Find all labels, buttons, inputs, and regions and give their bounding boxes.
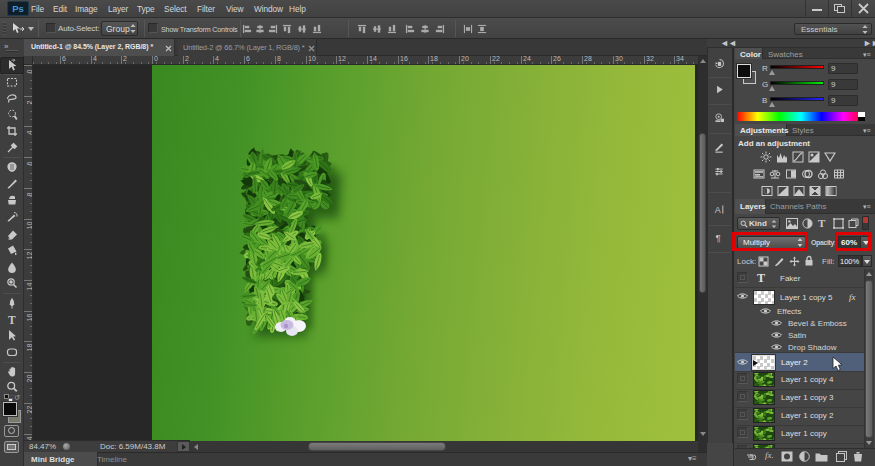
svg-text:A: A — [715, 205, 721, 215]
svg-text:¶: ¶ — [715, 232, 720, 243]
svg-text:T: T — [8, 314, 16, 326]
